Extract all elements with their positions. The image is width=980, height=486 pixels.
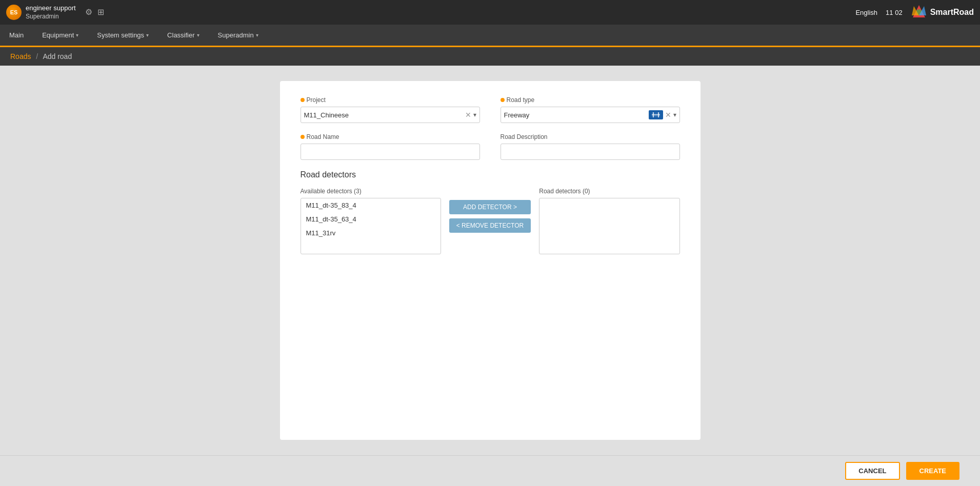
project-label: Project xyxy=(301,96,480,104)
header-icon-group: ⚙ ⊞ xyxy=(85,7,104,17)
road-type-value: Freeway xyxy=(504,111,649,119)
cancel-button[interactable]: CANCEL xyxy=(845,462,899,480)
section-title: Road detectors xyxy=(301,170,680,179)
road-name-input[interactable] xyxy=(301,144,480,160)
list-item[interactable]: M11_dt-35_83_4 xyxy=(301,198,441,212)
road-name-label: Road Name xyxy=(301,133,480,140)
nav-main-label: Main xyxy=(9,31,24,39)
form-row-1: Project M11_Chineese ✕ ▾ Road type Freew… xyxy=(301,96,680,123)
project-value: M11_Chineese xyxy=(304,111,465,119)
list-item[interactable]: M11_31rv xyxy=(301,226,441,240)
chevron-down-icon: ▾ xyxy=(197,32,199,38)
road-type-arrow-icon[interactable]: ▾ xyxy=(673,111,676,118)
bottom-action-bar: CANCEL CREATE xyxy=(0,455,980,486)
available-detectors-list[interactable]: M11_dt-35_83_4 M11_dt-35_63_4 M11_31rv xyxy=(301,198,441,254)
road-name-group: Road Name xyxy=(301,133,480,160)
form-card: Project M11_Chineese ✕ ▾ Road type Freew… xyxy=(280,81,701,440)
remove-detector-label: < REMOVE DETECTOR xyxy=(456,222,524,229)
chevron-down-icon: ▾ xyxy=(256,32,258,38)
nav-item-equipment[interactable]: Equipment ▾ xyxy=(33,25,88,46)
create-button[interactable]: CREATE xyxy=(906,462,959,480)
avatar: ES xyxy=(6,5,22,20)
brand-icon xyxy=(911,4,927,21)
road-type-select[interactable]: Freeway ✕ ▾ xyxy=(501,107,680,123)
nav-system-settings-label: System settings xyxy=(97,31,144,39)
nav-item-system-settings[interactable]: System settings ▾ xyxy=(88,25,158,46)
road-name-label-text: Road Name xyxy=(307,133,339,140)
project-group: Project M11_Chineese ✕ ▾ xyxy=(301,96,480,123)
form-row-2: Road Name Road Description xyxy=(301,133,680,160)
road-type-label-text: Road type xyxy=(507,96,535,104)
header-bar: ES engineer support Superadmin ⚙ ⊞ Engli… xyxy=(0,0,980,25)
remove-detector-button[interactable]: < REMOVE DETECTOR xyxy=(449,218,531,233)
road-description-label: Road Description xyxy=(501,133,680,140)
settings-icon[interactable]: ⚙ xyxy=(85,7,92,17)
available-detectors-label: Available detectors (3) xyxy=(301,188,441,195)
road-detectors-list[interactable] xyxy=(539,198,679,254)
road-description-group: Road Description xyxy=(501,133,680,160)
main-content: Project M11_Chineese ✕ ▾ Road type Freew… xyxy=(0,66,980,455)
project-arrow-icon[interactable]: ▾ xyxy=(473,111,476,118)
chevron-down-icon: ▾ xyxy=(146,32,149,38)
header-time: 11 02 xyxy=(886,9,903,16)
cancel-label: CANCEL xyxy=(858,467,886,475)
language-selector[interactable]: English xyxy=(855,9,877,16)
create-label: CREATE xyxy=(919,467,946,475)
user-info: engineer support Superadmin xyxy=(26,4,76,21)
detector-action-buttons: ADD DETECTOR > < REMOVE DETECTOR xyxy=(441,188,539,233)
user-role: Superadmin xyxy=(26,13,76,21)
chevron-down-icon: ▾ xyxy=(76,32,78,38)
nav-equipment-label: Equipment xyxy=(42,31,74,39)
road-description-label-text: Road Description xyxy=(501,133,548,140)
nav-classifier-label: Classifier xyxy=(167,31,194,39)
breadcrumb-current: Add road xyxy=(43,52,72,60)
add-detector-button[interactable]: ADD DETECTOR > xyxy=(449,200,531,214)
road-detectors-label: Road detectors (0) xyxy=(539,188,679,195)
required-dot xyxy=(301,135,305,139)
road-detectors-panel: Road detectors (0) xyxy=(539,188,679,254)
required-dot xyxy=(501,98,505,102)
list-item[interactable]: M11_dt-35_63_4 xyxy=(301,212,441,226)
breadcrumb-parent[interactable]: Roads xyxy=(10,52,31,60)
required-dot xyxy=(301,98,305,102)
nav-item-main[interactable]: Main xyxy=(0,25,33,46)
navbar: Main Equipment ▾ System settings ▾ Class… xyxy=(0,25,980,47)
available-detectors-panel: Available detectors (3) M11_dt-35_83_4 M… xyxy=(301,188,441,254)
road-description-input[interactable] xyxy=(501,144,680,160)
nav-item-superadmin[interactable]: Superadmin ▾ xyxy=(209,25,268,46)
add-window-icon[interactable]: ⊞ xyxy=(97,7,104,17)
nav-superadmin-label: Superadmin xyxy=(218,31,254,39)
nav-item-classifier[interactable]: Classifier ▾ xyxy=(158,25,208,46)
detectors-layout: Available detectors (3) M11_dt-35_83_4 M… xyxy=(301,188,680,254)
road-type-clear-icon[interactable]: ✕ xyxy=(665,111,671,119)
project-clear-icon[interactable]: ✕ xyxy=(465,111,471,119)
road-type-group: Road type Freeway ✕ xyxy=(501,96,680,123)
road-type-icon xyxy=(649,110,663,119)
project-label-text: Project xyxy=(307,96,326,104)
project-select[interactable]: M11_Chineese ✕ ▾ xyxy=(301,107,480,123)
brand-logo: SmartRoad xyxy=(911,4,974,21)
user-area: ES engineer support Superadmin ⚙ ⊞ xyxy=(6,4,104,21)
road-detectors-section: Road detectors Available detectors (3) M… xyxy=(301,170,680,254)
road-type-label: Road type xyxy=(501,96,680,104)
header-right: English 11 02 SmartRoad xyxy=(855,4,974,21)
breadcrumb-separator: / xyxy=(36,52,38,60)
username: engineer support xyxy=(26,4,76,13)
brand-name: SmartRoad xyxy=(930,8,974,17)
add-detector-label: ADD DETECTOR > xyxy=(463,204,517,211)
breadcrumb: Roads / Add road xyxy=(0,47,980,66)
